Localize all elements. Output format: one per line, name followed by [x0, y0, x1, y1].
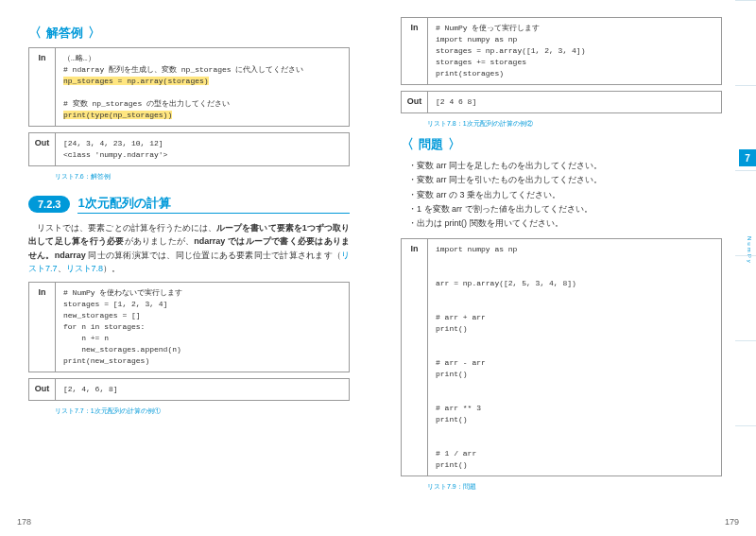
code-block-in-1: In （…略…） # ndarray 配列を生成し、変数 np_storages… — [28, 47, 350, 127]
caption: リスト7.6：解答例 — [55, 172, 350, 182]
chapter-badge: 7.2.3 — [28, 196, 70, 213]
page-left: 〈 解答例 〉 In （…略…） # ndarray 配列を生成し、変数 np_… — [0, 0, 378, 536]
section-header-answer: 〈 解答例 〉 — [28, 25, 350, 42]
chapter-heading: 7.2.3 1次元配列の計算 — [28, 195, 350, 214]
page-number: 179 — [725, 517, 739, 527]
code-block-out-2: Out [2, 4, 6, 8] — [28, 378, 350, 401]
code-content: [2, 4, 6, 8] — [56, 379, 349, 400]
code-content: # NumPy を使わないで実行します storages = [1, 2, 3,… — [56, 283, 349, 372]
code-block-in-3: In # NumPy を使って実行します import numpy as np … — [401, 17, 722, 85]
list-item: 変数 arr 同士を引いたものを出力してください。 — [408, 173, 722, 187]
code-label: In — [29, 48, 56, 126]
code-content: # NumPy を使って実行します import numpy as np sto… — [428, 18, 721, 84]
list-item: 出力は print() 関数を用いてください。 — [408, 216, 722, 231]
code-label: In — [402, 18, 428, 84]
bracket-icon: 〉 — [448, 136, 461, 153]
page-right: In # NumPy を使って実行します import numpy as np … — [378, 0, 756, 536]
chapter-tab: 7 — [739, 149, 756, 166]
code-label: In — [29, 283, 56, 372]
code-block-in-2: In # NumPy を使わないで実行します storages = [1, 2,… — [28, 282, 350, 372]
chapter-title: 1次元配列の計算 — [77, 195, 350, 214]
section-title: 問題 — [419, 136, 443, 153]
bracket-icon: 〉 — [88, 25, 101, 42]
margin-rules — [735, 0, 756, 536]
bracket-icon: 〈 — [28, 25, 42, 42]
code-content: [24, 3, 4, 23, 10, 12] <class 'numpy.nda… — [56, 133, 349, 165]
code-label: In — [402, 239, 428, 475]
caption: リスト7.7：1次元配列の計算の例① — [55, 406, 350, 416]
caption: リスト7.9：問題 — [427, 482, 722, 492]
code-label: Out — [402, 92, 428, 112]
bullet-list: 変数 arr 同士を足したものを出力してください。 変数 arr 同士を引いたも… — [408, 159, 722, 231]
list-item: 1 を変数 arr で割った値を出力してください。 — [408, 202, 722, 216]
code-label: Out — [29, 133, 56, 165]
code-block-in-4: In import numpy as np arr = np.array([2,… — [401, 238, 722, 476]
code-block-out-3: Out [2 4 6 8] — [401, 91, 722, 113]
section-title: 解答例 — [46, 25, 83, 42]
paragraph: リストでは、要素ごとの計算を行うためには、ループを書いて要素を1つずつ取り出して… — [28, 221, 350, 276]
bracket-icon: 〈 — [401, 136, 414, 153]
list-item: 変数 arr 同士を足したものを出力してください。 — [408, 159, 722, 173]
code-block-out-1: Out [24, 3, 4, 23, 10, 12] <class 'numpy… — [28, 132, 350, 166]
side-label: NumPy — [747, 236, 752, 265]
caption: リスト7.8：1次元配列の計算の例② — [427, 119, 722, 129]
page-number: 178 — [17, 517, 31, 527]
code-content: （…略…） # ndarray 配列を生成し、変数 np_storages に代… — [56, 48, 349, 126]
section-header-problem: 〈 問題 〉 — [401, 136, 722, 153]
list-item: 変数 arr の 3 乗を出力してください。 — [408, 188, 722, 202]
code-content: [2 4 6 8] — [428, 92, 721, 112]
code-label: Out — [29, 379, 56, 400]
code-content: import numpy as np arr = np.array([2, 5,… — [428, 239, 721, 475]
